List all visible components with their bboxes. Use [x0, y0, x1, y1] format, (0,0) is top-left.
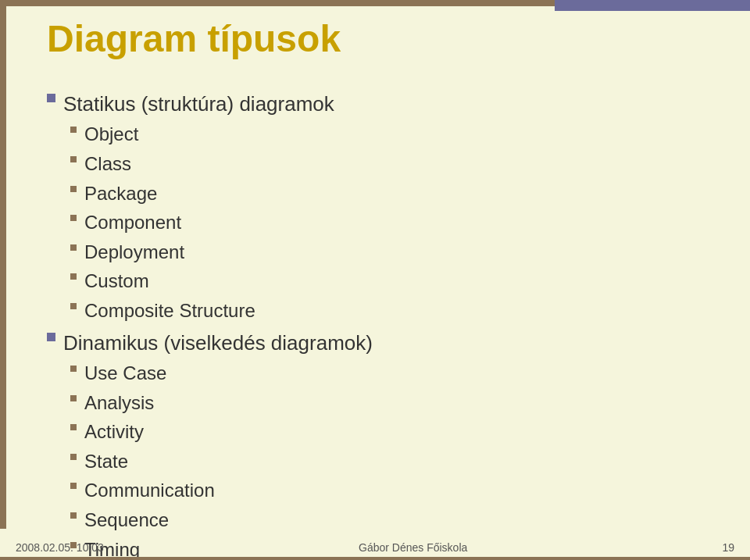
item-label: Sequence [84, 507, 169, 533]
list-item: Sequence [70, 507, 734, 533]
item-label: State [84, 448, 128, 475]
bullet-icon [70, 454, 77, 460]
footer-institution: Gábor Dénes Főiskola [359, 541, 467, 554]
footer: 2008.02.05. 10:03 Gábor Dénes Főiskola 1… [0, 541, 750, 554]
item-label: Activity [84, 419, 144, 445]
content-area: Statikus (struktúra) diagramok Object Cl… [47, 90, 734, 521]
slide-title: Diagram típusok [47, 17, 341, 60]
list-item: Composite Structure [70, 298, 734, 324]
item-label: Object [84, 121, 138, 148]
list-item: Class [70, 151, 734, 177]
footer-page: 19 [722, 541, 734, 554]
item-label: Composite Structure [84, 298, 255, 324]
item-label: Statikus (struktúra) diagramok [63, 90, 334, 118]
list-item: Use Case [70, 360, 734, 387]
item-label: Use Case [84, 360, 166, 387]
footer-bottom-bar [0, 557, 750, 560]
bullet-icon [70, 186, 77, 192]
list-item: Deployment [70, 239, 734, 266]
item-label: Analysis [84, 390, 154, 416]
list-item: Communication [70, 477, 734, 504]
top-right-bar [555, 0, 750, 11]
item-label: Custom [84, 268, 149, 294]
bullet-icon [70, 215, 77, 221]
bullet-icon [70, 395, 77, 401]
list-item: Component [70, 209, 734, 236]
list-item: State [70, 448, 734, 475]
bullet-icon [70, 156, 77, 162]
list-item: Custom [70, 268, 734, 294]
footer-date: 2008.02.05. 10:03 [16, 541, 104, 554]
bullet-icon [47, 94, 55, 102]
bullet-icon [70, 244, 77, 251]
bullet-icon [70, 127, 77, 133]
item-label: Component [84, 209, 181, 236]
bullet-icon [47, 333, 55, 341]
bullet-icon [70, 424, 77, 430]
bullet-icon [70, 366, 77, 372]
bullet-icon [70, 303, 77, 309]
item-label: Package [84, 180, 157, 207]
item-label: Dinamikus (viselkedés diagramok) [63, 329, 373, 357]
list-item: Activity [70, 419, 734, 445]
bullet-icon [70, 273, 77, 280]
bullet-icon [70, 512, 77, 519]
left-bar [0, 0, 6, 529]
slide: Diagram típusok Statikus (struktúra) dia… [0, 0, 750, 560]
list-item: Package [70, 180, 734, 207]
list-item: Analysis [70, 390, 734, 416]
list-item: Statikus (struktúra) diagramok [47, 90, 734, 118]
bullet-icon [70, 483, 77, 489]
item-label: Deployment [84, 239, 184, 266]
item-label: Class [84, 151, 131, 177]
list-item: Object [70, 121, 734, 148]
item-label: Communication [84, 477, 215, 504]
list-item: Dinamikus (viselkedés diagramok) [47, 329, 734, 357]
